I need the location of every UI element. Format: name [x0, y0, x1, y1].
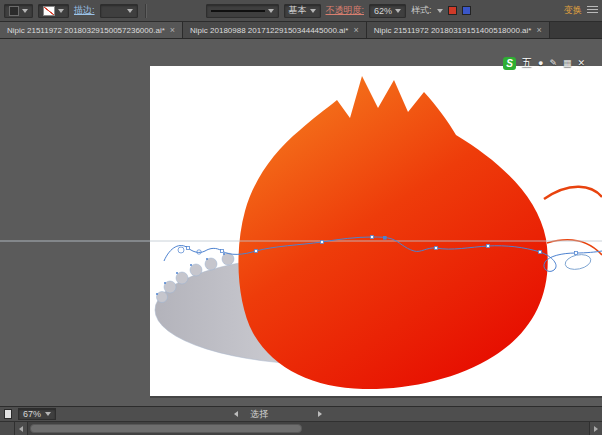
document-tab[interactable]: Nipic 21511972 20180329150057236000.ai* …: [0, 22, 183, 38]
tab-title: Nipic 21511972 20180329150057236000.ai*: [7, 26, 165, 35]
chevron-down-icon: [127, 9, 133, 13]
opacity-dropdown[interactable]: 62%: [369, 4, 406, 18]
arrow-right-icon: [594, 426, 598, 432]
tab-close-icon[interactable]: ×: [170, 26, 175, 35]
transform-label[interactable]: 变换: [564, 4, 582, 17]
arrow-left-icon: [19, 426, 23, 432]
scrollbar-thumb[interactable]: [30, 424, 302, 433]
brush-definition-dropdown[interactable]: [206, 4, 279, 18]
toolbar-divider: [145, 4, 147, 18]
control-bar: 描边: 基本 不透明度: 62% 样式: 变换: [0, 0, 602, 22]
none-swatch-icon: [43, 6, 55, 16]
scroll-right-button[interactable]: [589, 422, 602, 435]
basic-value: 基本: [289, 4, 307, 17]
status-bar: 67% 选择: [0, 406, 602, 421]
keyboard-icon[interactable]: ▦: [563, 58, 572, 68]
status-prev-icon[interactable]: [234, 411, 238, 417]
current-tool-status: 选择: [250, 408, 268, 421]
blue-style-swatch[interactable]: [462, 6, 471, 15]
zoom-dropdown[interactable]: 67%: [18, 408, 56, 420]
stroke-none-dropdown[interactable]: [38, 4, 69, 18]
stroke-line-preview: [211, 10, 265, 12]
pencil-icon[interactable]: ✎: [549, 58, 557, 68]
record-icon[interactable]: ●: [538, 58, 543, 68]
red-style-swatch[interactable]: [448, 6, 457, 15]
tab-title: Nipic 20180988 20171229150344445000.ai*: [190, 26, 348, 35]
opacity-label[interactable]: 不透明度:: [326, 4, 365, 17]
fill-swatch-icon: [9, 6, 19, 16]
artwork-svg: [0, 39, 602, 406]
document-tab[interactable]: Nipic 20180988 20171229150344445000.ai* …: [183, 22, 367, 38]
chevron-down-icon: [45, 412, 51, 416]
tab-title: Nipic 21511972 20180319151400518000.ai*: [374, 26, 532, 35]
style-dropdown-caret-icon[interactable]: [437, 9, 443, 13]
chevron-down-icon: [310, 9, 316, 13]
selected-anchor-point[interactable]: [383, 236, 387, 240]
zoom-value: 67%: [23, 409, 41, 419]
panel-menu-icon[interactable]: [587, 6, 598, 15]
tab-close-icon[interactable]: ×: [353, 26, 358, 35]
scroll-left-button[interactable]: [15, 422, 28, 435]
opacity-value: 62%: [374, 6, 392, 16]
artboard-shadow: [150, 396, 602, 398]
chevron-down-icon: [268, 9, 274, 13]
capture-label: 五: [522, 56, 532, 70]
basic-dropdown[interactable]: 基本: [284, 4, 321, 18]
stroke-label[interactable]: 描边:: [74, 4, 95, 17]
chevron-down-icon: [22, 9, 28, 13]
document-canvas[interactable]: S 五 ● ✎ ▦ ✕: [0, 39, 602, 406]
artboard-navigation-icon[interactable]: [4, 409, 12, 419]
stroke-weight-dropdown[interactable]: [100, 4, 138, 18]
capture-logo-icon: S: [503, 57, 516, 70]
close-icon[interactable]: ✕: [578, 58, 586, 68]
document-tab[interactable]: Nipic 21511972 20180319151400518000.ai* …: [367, 22, 550, 38]
illustrator-window: 描边: 基本 不透明度: 62% 样式: 变换 Nipic 21511972 2…: [0, 0, 602, 435]
tab-close-icon[interactable]: ×: [536, 26, 541, 35]
style-label: 样式:: [411, 4, 432, 17]
chevron-down-icon: [58, 9, 64, 13]
horizontal-scrollbar[interactable]: [0, 421, 602, 435]
status-next-icon[interactable]: [318, 411, 322, 417]
capture-watermark: S 五 ● ✎ ▦ ✕: [503, 56, 585, 70]
scrollbar-corner: [0, 422, 15, 435]
document-tabbar: Nipic 21511972 20180329150057236000.ai* …: [0, 22, 602, 39]
fill-proxy-dropdown[interactable]: [4, 4, 33, 18]
chevron-down-icon: [395, 9, 401, 13]
